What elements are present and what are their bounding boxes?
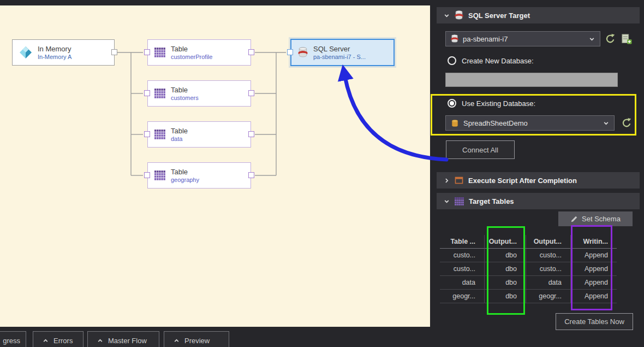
- set-schema-button[interactable]: Set Schema: [558, 211, 633, 226]
- sql-server-icon: [451, 34, 458, 43]
- node-subtitle: In-Memory A: [38, 54, 71, 60]
- grid-cell[interactable]: geogr...: [526, 290, 571, 303]
- create-new-database-radio[interactable]: [448, 56, 456, 65]
- grid-cell[interactable]: custo...: [440, 262, 485, 276]
- connector-port[interactable]: [287, 49, 293, 55]
- table-icon: [154, 130, 165, 139]
- connect-all-button[interactable]: Connect All: [446, 140, 515, 159]
- grid-cell[interactable]: custo...: [526, 262, 571, 276]
- create-new-database-label: Create New Database:: [462, 57, 534, 65]
- tab-preview[interactable]: Preview: [164, 331, 229, 347]
- grid-cell[interactable]: Append: [571, 262, 617, 276]
- grid-header-output-schema[interactable]: Output...: [485, 235, 526, 249]
- pencil-icon: [570, 215, 578, 223]
- refresh-icon[interactable]: [621, 117, 632, 128]
- connector-port[interactable]: [248, 131, 254, 137]
- section-header-sql-server-target[interactable]: SQL Server Target: [437, 7, 640, 23]
- grid-cell[interactable]: dbo: [485, 262, 526, 276]
- grid-cell[interactable]: Append: [571, 249, 617, 262]
- chevron-up-icon: [174, 338, 180, 344]
- grid-cell[interactable]: dbo: [485, 290, 526, 303]
- connector-port[interactable]: [144, 49, 150, 55]
- grid-header-writing-mode[interactable]: Writin...: [571, 235, 617, 249]
- grid-header-output-table[interactable]: Output...: [526, 235, 571, 249]
- connector-port[interactable]: [248, 172, 254, 178]
- grid-cell[interactable]: custo...: [526, 249, 571, 262]
- section-title: SQL Server Target: [468, 11, 530, 20]
- section-header-execute-script[interactable]: Execute Script After Completion: [437, 172, 640, 189]
- table-icon: [154, 48, 165, 57]
- node-title: Table: [171, 86, 199, 94]
- section-header-target-tables[interactable]: Target Tables: [437, 193, 640, 209]
- node-subtitle: data: [171, 136, 188, 142]
- chevron-down-icon: [603, 120, 609, 126]
- use-existing-database-label: Use Existing Database:: [462, 99, 535, 108]
- table-icon: [154, 89, 165, 98]
- grid-cell[interactable]: Append: [571, 290, 617, 303]
- create-tables-now-button[interactable]: Create Tables Now: [556, 313, 633, 330]
- target-tables-grid: Table ... Output... Output... Writin... …: [440, 235, 617, 303]
- grid-cell[interactable]: dbo: [485, 249, 526, 262]
- use-existing-database-radio[interactable]: [448, 99, 456, 108]
- node-table-data[interactable]: Table data: [147, 121, 251, 148]
- database-icon: [451, 119, 459, 127]
- node-text: Table customers: [171, 86, 199, 101]
- connector-port[interactable]: [111, 49, 117, 55]
- node-title: Table: [171, 127, 188, 135]
- connector-port[interactable]: [144, 131, 150, 137]
- tab-progress[interactable]: gress: [0, 331, 26, 347]
- tab-label: gress: [3, 337, 20, 345]
- node-text: SQL Server pa-sbenami-i7 - S...: [313, 45, 366, 60]
- node-table-geography[interactable]: Table geography: [147, 162, 251, 189]
- grid-cell[interactable]: geogr...: [440, 290, 485, 303]
- chevron-up-icon: [97, 338, 103, 344]
- set-schema-label: Set Schema: [582, 215, 621, 223]
- node-text: Table data: [171, 127, 188, 142]
- node-table-customers[interactable]: Table customers: [147, 80, 251, 107]
- node-title: In Memory: [38, 45, 71, 53]
- chevron-down-icon: [444, 13, 450, 19]
- connector-port[interactable]: [144, 172, 150, 178]
- refresh-icon[interactable]: [605, 33, 616, 44]
- grid-cell[interactable]: custo...: [440, 249, 485, 262]
- add-connection-icon[interactable]: [621, 33, 632, 44]
- server-dropdown-value: pa-sbenami-i7: [463, 35, 508, 43]
- chevron-down-icon: [444, 198, 450, 204]
- server-dropdown[interactable]: pa-sbenami-i7: [445, 31, 600, 46]
- node-text: Table geography: [171, 168, 199, 183]
- node-subtitle: customers: [171, 95, 199, 101]
- grid-cell[interactable]: dbo: [485, 276, 526, 290]
- node-title: Table: [171, 45, 212, 53]
- sql-server-icon: [298, 47, 308, 58]
- node-text: In Memory In-Memory A: [38, 45, 71, 60]
- node-text: Table customerProfile: [171, 45, 212, 60]
- connect-all-label: Connect All: [462, 146, 498, 154]
- connector-port[interactable]: [248, 49, 254, 55]
- node-sql-server[interactable]: SQL Server pa-sbenami-i7 - S...: [290, 39, 395, 66]
- tab-label: Preview: [184, 337, 210, 345]
- node-in-memory[interactable]: In Memory In-Memory A: [12, 39, 115, 66]
- grid-cell[interactable]: data: [440, 276, 485, 290]
- chevron-right-icon: [444, 178, 450, 184]
- grid-cell[interactable]: data: [526, 276, 571, 290]
- sql-server-icon: [455, 10, 463, 20]
- connector-port[interactable]: [248, 90, 254, 96]
- existing-database-dropdown[interactable]: SpreadhSheetDemo: [445, 115, 615, 131]
- grid-cell[interactable]: Append: [571, 276, 617, 290]
- app-root: { "canvas": { "nodes": { "in_memory": {"…: [0, 0, 644, 347]
- node-title: Table: [171, 168, 199, 176]
- section-title: Execute Script After Completion: [468, 177, 577, 185]
- node-table-customerprofile[interactable]: Table customerProfile: [147, 39, 251, 66]
- table-icon: [154, 170, 165, 180]
- tab-master-flow[interactable]: Master Flow: [87, 331, 159, 347]
- new-database-input[interactable]: [445, 73, 618, 87]
- chevron-down-icon: [589, 36, 595, 42]
- node-title: SQL Server: [313, 45, 366, 53]
- table-icon: [455, 197, 464, 205]
- grid-header-table[interactable]: Table ...: [440, 235, 485, 249]
- chevron-up-icon: [43, 338, 49, 344]
- tab-errors[interactable]: Errors: [33, 331, 84, 347]
- existing-database-dropdown-value: SpreadhSheetDemo: [463, 119, 528, 127]
- connector-port[interactable]: [144, 90, 150, 96]
- tab-label: Errors: [53, 337, 73, 345]
